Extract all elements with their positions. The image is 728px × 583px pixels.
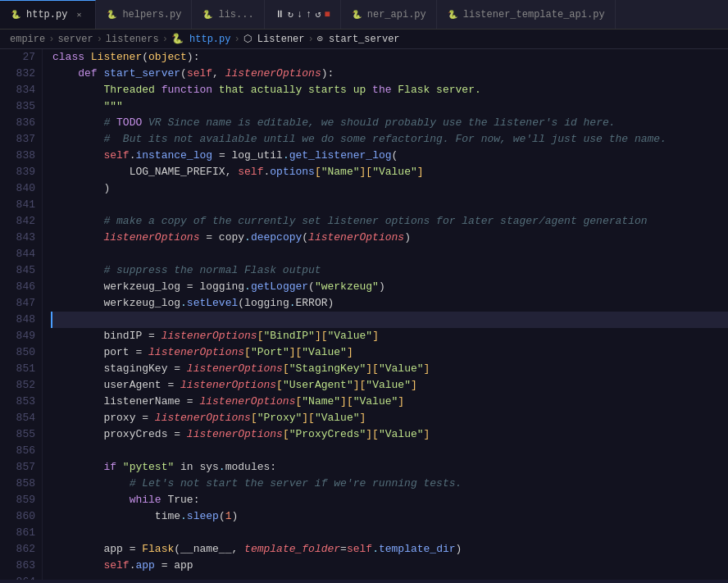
python-icon-helpers: 🐍 [106,9,117,20]
ln-862: 862 [7,541,35,558]
step-icon: ↓ [297,9,303,20]
code-line-863: self.app = app [52,558,728,574]
ln-841: 841 [7,197,35,213]
code-line-856 [52,443,728,459]
bc-empire[interactable]: empire [10,34,45,45]
ln-848: 848 [7,312,35,328]
ln-854: 854 [7,410,35,426]
ln-859: 859 [7,492,35,508]
code-line-846: werkzeug_log = logging.getLogger("werkze… [52,279,728,295]
tab-label: lis... [218,9,253,20]
ln-834: 834 [7,82,35,98]
code-line-853: listenerName = listenerOptions["Name"]["… [52,394,728,410]
tab-listener-api[interactable]: 🐍 ner_api.py [341,0,437,30]
line-numbers: 27 832 834 835 836 837 838 839 840 841 8… [0,49,43,580]
tab-http-py[interactable]: 🐍 http.py ✕ [0,0,96,30]
python-icon-template: 🐍 [447,9,458,20]
code-line-854: proxy = listenerOptions["Proxy"]["Value"… [52,410,728,426]
bc-file[interactable]: 🐍 http.py [171,33,231,45]
code-line-861 [52,525,728,541]
python-icon-lis: 🐍 [202,9,213,20]
code-line-839: LOG_NAME_PREFIX, self.options["Name"]["V… [52,164,728,180]
ln-857: 857 [7,459,35,476]
code-line-864 [52,574,728,580]
ln-849: 849 [7,328,35,344]
ln-847: 847 [7,295,35,312]
code-line-848 [51,312,728,328]
ln-852: 852 [7,377,35,394]
code-line-843: listenerOptions = copy.deepcopy(listener… [52,230,728,246]
bc-method[interactable]: ⊙ start_server [317,33,400,45]
code-line-845: # suppress the normal Flask output [52,262,728,279]
ln-832: 832 [7,66,35,82]
code-line-857: if "pytest" in sys.modules: [52,459,728,476]
tab-label: ner_api.py [367,9,426,20]
ln-836: 836 [7,115,35,131]
ln-839: 839 [7,164,35,180]
ln-861: 861 [7,525,35,541]
code-line-859: while True: [52,492,728,508]
code-line-842: # make a copy of the currently set liste… [52,213,728,230]
restart-icon: ↺ [315,8,321,20]
ln-844: 844 [7,246,35,262]
ln-856: 856 [7,443,35,459]
breadcrumb: empire › server › listeners › 🐍 http.py … [0,30,728,49]
editor: 27 832 834 835 836 837 838 839 840 841 8… [0,49,728,580]
ln-864: 864 [7,574,35,580]
code-line-838: self.instance_log = log_util.get_listene… [52,148,728,164]
python-icon-api: 🐍 [351,9,362,20]
code-line-855: proxyCreds = listenerOptions["ProxyCreds… [52,426,728,443]
code-line-858: # Let's not start the server if we're ru… [52,476,728,492]
code-line-862: app = Flask(__name__, template_folder=se… [52,541,728,558]
ln-853: 853 [7,394,35,410]
tab-close-icon[interactable]: ✕ [72,8,85,21]
ln-842: 842 [7,213,35,230]
tab-lis[interactable]: 🐍 lis... [192,0,264,30]
bc-listeners[interactable]: listeners [106,34,159,45]
tab-label: http.py [26,9,67,20]
ln-835: 835 [7,98,35,115]
code-line-841 [52,197,728,213]
code-line-847: werkzeug_log.setLevel(logging.ERROR) [52,295,728,312]
ln-27: 27 [7,49,35,66]
ln-845: 845 [7,262,35,279]
tab-label: helpers.py [122,9,181,20]
code-line-835: """ [52,98,728,115]
stop-icon: ■ [325,9,330,20]
ln-850: 850 [7,344,35,361]
tab-label: listener_template_api.py [463,9,605,20]
code-line-832: def start_server(self, listenerOptions): [52,66,728,82]
ln-838: 838 [7,148,35,164]
ln-837: 837 [7,131,35,148]
python-icon: 🐍 [10,9,21,20]
run-icon: ↻ [288,8,293,20]
ln-851: 851 [7,361,35,377]
code-line-850: port = listenerOptions["Port"]["Value"] [52,344,728,361]
code-line-844 [52,246,728,262]
code-line-837: # But its not available until we do some… [52,131,728,148]
tab-helpers-py[interactable]: 🐍 helpers.py [96,0,192,30]
bc-server[interactable]: server [57,34,93,45]
ln-858: 858 [7,476,35,492]
ln-855: 855 [7,426,35,443]
code-line-834: Threaded function that actually starts u… [52,82,728,98]
ln-863: 863 [7,558,35,574]
bc-class[interactable]: ⬡ Listener [243,33,305,45]
tab-controls[interactable]: ⏸ ↻ ↓ ↑ ↺ ■ [265,0,341,30]
ln-846: 846 [7,279,35,295]
ln-843: 843 [7,230,35,246]
code-line-840: ) [52,180,728,197]
code-line-27: class Listener(object): [52,49,728,66]
ln-840: 840 [7,180,35,197]
ln-860: 860 [7,508,35,525]
code-line-851: stagingKey = listenerOptions["StagingKey… [52,361,728,377]
step-up-icon: ↑ [306,9,312,20]
code-line-852: userAgent = listenerOptions["UserAgent"]… [52,377,728,394]
code-area[interactable]: class Listener(object): def start_server… [43,49,728,580]
tab-bar: 🐍 http.py ✕ 🐍 helpers.py 🐍 lis... ⏸ ↻ ↓ … [0,0,728,30]
code-line-860: time.sleep(1) [52,508,728,525]
pause-icon: ⏸ [275,8,284,20]
code-line-849: bindIP = listenerOptions["BindIP"]["Valu… [52,328,728,344]
code-line-836: # TODO VR Since name is editable, we sho… [52,115,728,131]
tab-listener-template[interactable]: 🐍 listener_template_api.py [437,0,616,30]
